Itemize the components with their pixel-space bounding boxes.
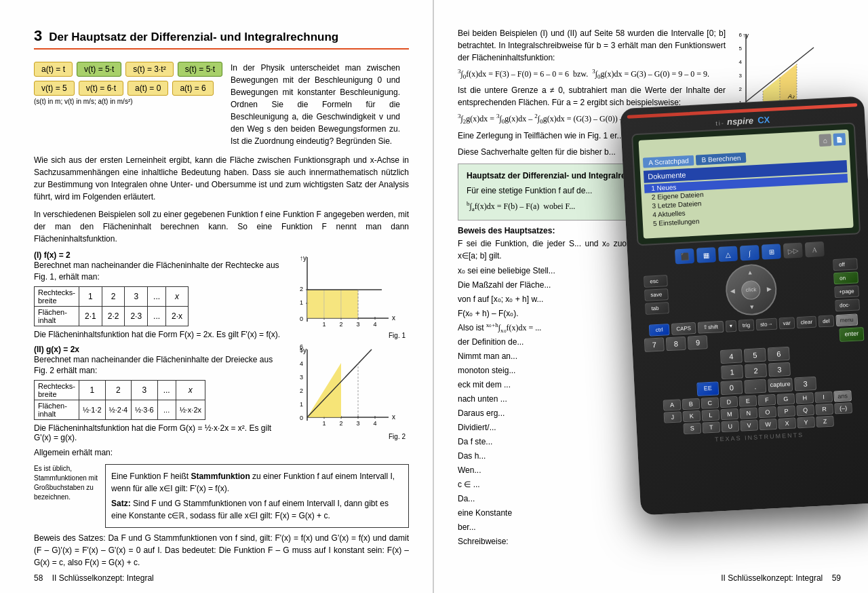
- icon-btn-4[interactable]: ∫: [740, 245, 760, 261]
- key-EE[interactable]: EE: [696, 381, 719, 396]
- key-Z[interactable]: Z: [816, 415, 834, 427]
- key-8[interactable]: 8: [666, 337, 686, 351]
- key-clear[interactable]: clear: [796, 316, 816, 329]
- btn-on[interactable]: on: [833, 271, 859, 284]
- key-0[interactable]: 0: [720, 380, 743, 395]
- key-9[interactable]: 9: [688, 335, 708, 349]
- svg-text:↑y: ↑y: [300, 254, 307, 262]
- btn-tab[interactable]: tab: [645, 302, 669, 315]
- book-spread: 3 Der Hauptsatz der Differenzial- und In…: [0, 0, 868, 593]
- key-6[interactable]: 6: [768, 347, 790, 362]
- key-menu[interactable]: menu: [835, 313, 858, 326]
- icon-btn-1[interactable]: ⬛: [675, 248, 694, 264]
- key-S[interactable]: S: [683, 423, 701, 434]
- key-E[interactable]: E: [738, 395, 757, 406]
- btn-page-up[interactable]: +page: [834, 285, 859, 298]
- key-M[interactable]: M: [720, 408, 738, 420]
- key-V[interactable]: V: [740, 419, 758, 431]
- key-trig[interactable]: trig: [738, 319, 754, 331]
- example2-after: Die Flächeninhaltsfunktion hat die Form …: [34, 423, 283, 442]
- key-J[interactable]: J: [664, 411, 682, 423]
- key-C[interactable]: C: [701, 397, 719, 408]
- icon-btn-7[interactable]: A: [805, 242, 825, 257]
- table2-header-col1: Rechtecks-breite: [35, 381, 79, 400]
- key-H[interactable]: H: [795, 392, 814, 404]
- svg-text:3: 3: [300, 374, 303, 381]
- key-Q[interactable]: Q: [796, 404, 814, 416]
- key-dot[interactable]: .: [744, 379, 766, 394]
- motion-box-3: s(t) = 3·t²: [125, 62, 173, 77]
- key-1[interactable]: 1: [721, 364, 743, 379]
- table2-h4: ...: [157, 381, 176, 400]
- key-W[interactable]: W: [759, 419, 777, 430]
- key-caps[interactable]: CAPS: [671, 322, 696, 335]
- btn-esc[interactable]: esc: [644, 275, 668, 288]
- key-R[interactable]: R: [815, 404, 833, 415]
- nav-left[interactable]: ◀: [730, 287, 736, 294]
- nav-down[interactable]: ▼: [749, 303, 755, 310]
- table2-row2-col1: Flächen-inhalt: [35, 400, 79, 420]
- key-D[interactable]: D: [719, 396, 738, 408]
- nav-up[interactable]: ▲: [747, 269, 753, 275]
- key-X[interactable]: X: [778, 417, 796, 429]
- icon-btn-2[interactable]: ▦: [696, 247, 716, 263]
- icon-btn-3[interactable]: △: [718, 246, 738, 262]
- key-shift[interactable]: ⇧shift: [698, 321, 724, 334]
- key-K[interactable]: K: [682, 410, 701, 422]
- page-left: 3 Der Hauptsatz der Differenzial- und In…: [0, 0, 434, 593]
- svg-text:2: 2: [300, 286, 303, 292]
- svg-text:4: 4: [300, 360, 303, 367]
- key-enter[interactable]: enter: [839, 327, 864, 342]
- key-P[interactable]: P: [777, 405, 795, 417]
- calculator-overlay[interactable]: ti- nspire CX ⌂ 📄: [620, 95, 868, 529]
- btn-save[interactable]: save: [644, 288, 669, 301]
- key-B[interactable]: B: [682, 398, 701, 410]
- key-N[interactable]: N: [739, 407, 757, 419]
- key-neg[interactable]: (–): [834, 402, 852, 414]
- key-4[interactable]: 4: [720, 349, 743, 364]
- key-var[interactable]: var: [778, 317, 795, 329]
- example2-text: Berechnet man nacheinander die Flächenin…: [34, 354, 283, 377]
- example1-text: Berechnet man nacheinander die Flächenin…: [34, 260, 283, 283]
- svg-text:2: 2: [339, 420, 342, 427]
- definition-area: Es ist üblich, Stammfunktionen mit Großb…: [34, 464, 409, 528]
- key-ans[interactable]: ans: [833, 390, 852, 402]
- svg-text:1: 1: [322, 321, 326, 328]
- nav-center-btn[interactable]: click: [741, 280, 761, 299]
- key-2[interactable]: 2: [745, 364, 767, 379]
- nav-right[interactable]: ▶: [767, 286, 772, 292]
- key-O[interactable]: O: [758, 406, 776, 418]
- table2-h1: 1: [79, 381, 106, 400]
- screen-tab-a[interactable]: A Scratchpad: [643, 155, 694, 168]
- svg-text:3: 3: [356, 420, 359, 427]
- key-3[interactable]: 3: [768, 362, 791, 377]
- btn-off[interactable]: off: [833, 258, 858, 271]
- key-capture[interactable]: capture: [768, 378, 793, 393]
- key-F[interactable]: F: [757, 394, 776, 406]
- btn-doc[interactable]: doc·: [835, 299, 860, 311]
- key-U[interactable]: U: [721, 421, 739, 432]
- icon-btn-5[interactable]: ⊞: [762, 244, 781, 259]
- key-A[interactable]: A: [663, 399, 682, 410]
- key-sto[interactable]: sto→: [756, 318, 778, 331]
- key-7[interactable]: 7: [644, 337, 665, 351]
- key-T[interactable]: T: [702, 421, 720, 433]
- screen-tab-b[interactable]: B Berechnen: [696, 153, 747, 166]
- screen-content: ⌂ 📄 A Scratchpad B Ber: [639, 130, 854, 239]
- key-del[interactable]: del: [818, 315, 835, 327]
- key-Y[interactable]: Y: [797, 417, 815, 428]
- chapter-title: Der Hauptsatz der Differenzial- und Inte…: [49, 31, 338, 44]
- example-2: (II) g(x) = 2x Berechnet man nacheinande…: [34, 345, 283, 443]
- table1-r5: 2·x: [166, 306, 189, 326]
- icon-btn-6[interactable]: ▷▷: [783, 243, 803, 259]
- motion-box-5: v(t) = 5: [34, 81, 75, 96]
- calculator-body: ti- nspire CX ⌂ 📄: [620, 96, 868, 516]
- key-exponent[interactable]: ▾: [725, 320, 736, 332]
- nav-ring[interactable]: click ▲ ▼ ◀ ▶: [724, 263, 778, 317]
- key-L[interactable]: L: [701, 409, 719, 421]
- key-ctrl[interactable]: ctrl: [649, 324, 670, 337]
- key-3b[interactable]: 3: [794, 377, 816, 391]
- key-I[interactable]: I: [814, 391, 833, 403]
- key-G[interactable]: G: [776, 393, 795, 404]
- key-5[interactable]: 5: [744, 348, 766, 363]
